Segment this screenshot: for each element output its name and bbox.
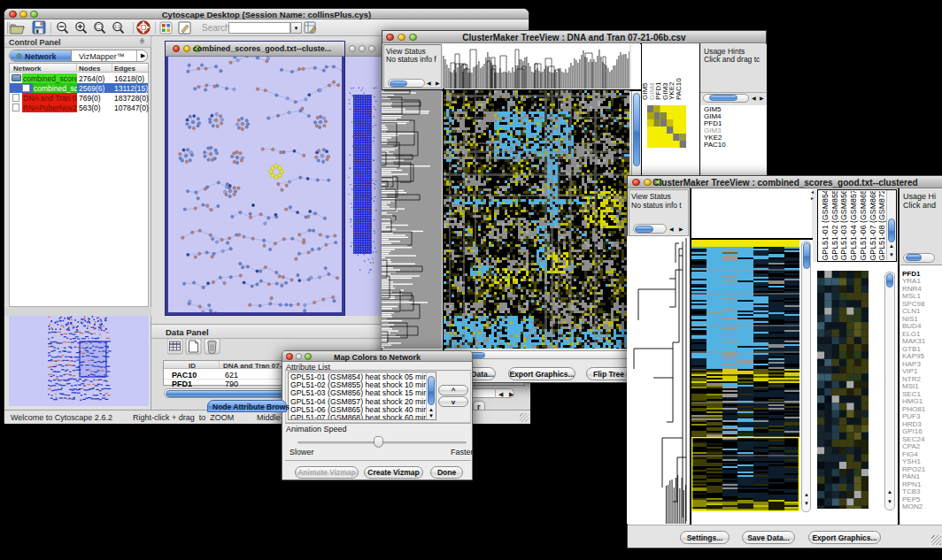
svg-text:GPL51-08 (GSM872): GPL51-08 (GSM872) <box>877 191 886 261</box>
svg-text:PAC10: PAC10 <box>675 78 683 100</box>
svg-text:GPL51-07 (GSM868): GPL51-07 (GSM868) <box>868 191 876 261</box>
svg-text:GPL51-06 (GSM865): GPL51-06 (GSM865) <box>858 191 867 261</box>
svg-text:GPL51-01 (GSM854): GPL51-01 (GSM854) <box>821 191 830 261</box>
svg-text:GPL51-04 (GSM857): GPL51-04 (GSM857) <box>849 191 858 261</box>
svg-text:GPL51-03 (GSM856): GPL51-03 (GSM856) <box>839 191 848 261</box>
svg-text:GPL51-02 (GSM855): GPL51-02 (GSM855) <box>830 191 838 261</box>
svg-text:1:1: 1:1 <box>114 24 120 29</box>
